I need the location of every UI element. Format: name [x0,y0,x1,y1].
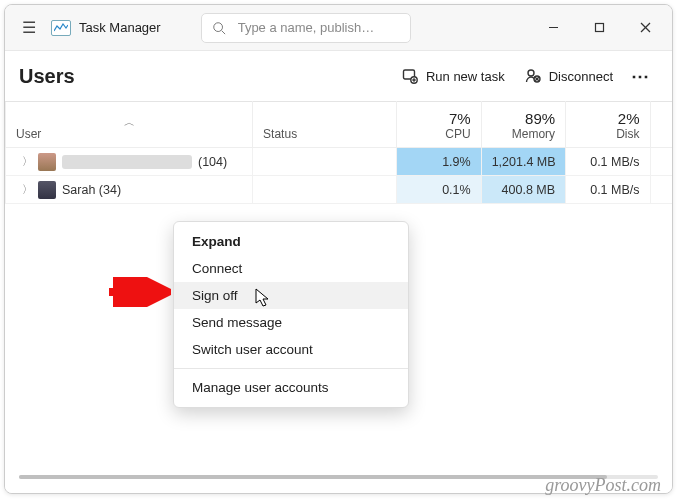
ctx-connect[interactable]: Connect [174,255,408,282]
user-process-count: (104) [198,155,227,169]
ctx-switch-user[interactable]: Switch user account [174,336,408,363]
ctx-expand[interactable]: Expand [174,228,408,255]
hamburger-menu-icon[interactable]: ☰ [9,18,49,37]
user-name: Sarah (34) [62,183,121,197]
table-row[interactable]: 〉 Sarah (34) 0.1% 400.8 MB 0.1 MB/s 0 M [6,176,673,204]
watermark: groovyPost.com [545,475,661,496]
annotation-arrow-icon [105,277,171,307]
cell-cpu: 0.1% [397,176,481,204]
app-title: Task Manager [79,20,161,35]
sort-indicator-icon: ︿ [16,115,242,127]
cell-disk: 0.1 MB/s [566,148,650,176]
column-header-network[interactable]: Netw [650,102,672,148]
disconnect-icon [525,68,541,84]
app-icon [51,20,71,36]
scrollbar-thumb[interactable] [19,475,607,479]
cell-network: 0 M [650,176,672,204]
run-new-task-button[interactable]: Run new task [392,62,515,90]
disconnect-button[interactable]: Disconnect [515,62,623,90]
column-header-disk[interactable]: 2% Disk [566,102,650,148]
toolbar: Users Run new task Disconnect ⋯ [5,51,672,101]
column-header-status[interactable]: Status [253,102,397,148]
ctx-send-message[interactable]: Send message [174,309,408,336]
avatar [38,181,56,199]
avatar [38,153,56,171]
run-task-icon [402,68,418,84]
svg-point-0 [213,22,222,31]
svg-line-1 [221,30,225,34]
search-placeholder: Type a name, publish… [238,20,375,35]
titlebar: ☰ Task Manager Type a name, publish… [5,5,672,51]
column-header-memory[interactable]: 89% Memory [481,102,565,148]
minimize-button[interactable] [530,5,576,51]
column-header-cpu[interactable]: 7% CPU [397,102,481,148]
cell-network: 0.1 M [650,148,672,176]
ctx-separator [174,368,408,369]
context-menu: Expand Connect Sign off Send message Swi… [173,221,409,408]
maximize-button[interactable] [576,5,622,51]
ctx-sign-off[interactable]: Sign off [174,282,408,309]
cell-status [253,176,397,204]
cell-disk: 0.1 MB/s [566,176,650,204]
table-row[interactable]: 〉 (104) 1.9% 1,201.4 MB 0.1 MB/s 0.1 M [6,148,673,176]
search-input[interactable]: Type a name, publish… [201,13,411,43]
close-button[interactable] [622,5,668,51]
cell-memory: 400.8 MB [481,176,565,204]
column-header-user[interactable]: ︿ User [6,102,253,148]
svg-rect-3 [595,24,603,32]
ctx-manage-users[interactable]: Manage user accounts [174,374,408,401]
svg-point-10 [528,70,534,76]
page-title: Users [19,65,75,88]
cell-cpu: 1.9% [397,148,481,176]
user-name-redacted [62,155,192,169]
chevron-right-icon[interactable]: 〉 [22,154,32,169]
window-controls [530,5,668,51]
cell-status [253,148,397,176]
mouse-cursor-icon [255,288,271,308]
search-icon [212,21,226,35]
task-manager-window: ☰ Task Manager Type a name, publish… Use… [4,4,673,494]
more-options-button[interactable]: ⋯ [623,61,658,91]
cell-memory: 1,201.4 MB [481,148,565,176]
chevron-right-icon[interactable]: 〉 [22,182,32,197]
